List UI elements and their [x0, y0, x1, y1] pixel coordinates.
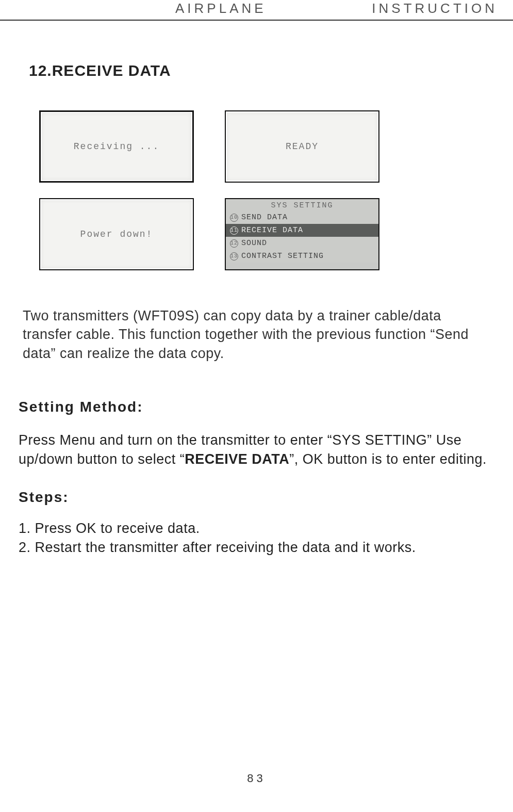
menu-index-badge: 12 — [230, 239, 238, 248]
lcd-power-down-text: Power down! — [40, 199, 193, 269]
lcd-menu-item: 12 SOUND — [226, 237, 378, 250]
menu-index-badge: 11 — [230, 226, 238, 235]
intro-paragraph: Two transmitters (WFT09S) can copy data … — [23, 306, 494, 363]
menu-item-label: CONTRAST SETTING — [241, 250, 324, 263]
menu-item-label: SEND DATA — [241, 211, 288, 224]
lcd-power-down: Power down! — [39, 198, 194, 270]
page-header: AIRPLANE INSTRUCTION — [0, 0, 513, 21]
step-item: 2. Restart the transmitter after receivi… — [19, 538, 494, 557]
steps-body: 1. Press OK to receive data. 2. Restart … — [19, 519, 494, 557]
setting-method-bold: RECEIVE DATA — [185, 451, 289, 467]
lcd-screenshots: Receiving ... READY Power down! SYS SETT… — [39, 110, 513, 270]
lcd-ready: READY — [225, 110, 379, 183]
steps-heading: Steps: — [19, 489, 513, 506]
section-title: 12.RECEIVE DATA — [29, 62, 513, 79]
page-number: 83 — [0, 772, 513, 785]
setting-method-body: Press Menu and turn on the transmitter t… — [19, 431, 494, 468]
menu-item-label: SOUND — [241, 237, 267, 250]
header-right: INSTRUCTION — [340, 1, 503, 17]
lcd-ready-text: READY — [226, 111, 378, 182]
lcd-menu-item: 10 SEND DATA — [226, 211, 378, 224]
lcd-menu-item-selected: 11 RECEIVE DATA — [226, 224, 378, 237]
lcd-menu-title: SYS SETTING — [226, 199, 378, 211]
lcd-receiving: Receiving ... — [39, 110, 194, 183]
lcd-receiving-text: Receiving ... — [41, 112, 192, 181]
setting-method-post: ”, OK button is to enter editing. — [289, 451, 487, 467]
menu-index-badge: 13 — [230, 252, 238, 261]
lcd-menu-item: 13 CONTRAST SETTING — [226, 250, 378, 263]
menu-item-label: RECEIVE DATA — [241, 224, 303, 237]
setting-method-heading: Setting Method: — [19, 399, 513, 415]
step-item: 1. Press OK to receive data. — [19, 519, 494, 538]
lcd-sys-setting-menu: SYS SETTING 10 SEND DATA 11 RECEIVE DATA… — [225, 198, 379, 270]
menu-index-badge: 10 — [230, 214, 238, 222]
header-center: AIRPLANE — [175, 1, 340, 17]
